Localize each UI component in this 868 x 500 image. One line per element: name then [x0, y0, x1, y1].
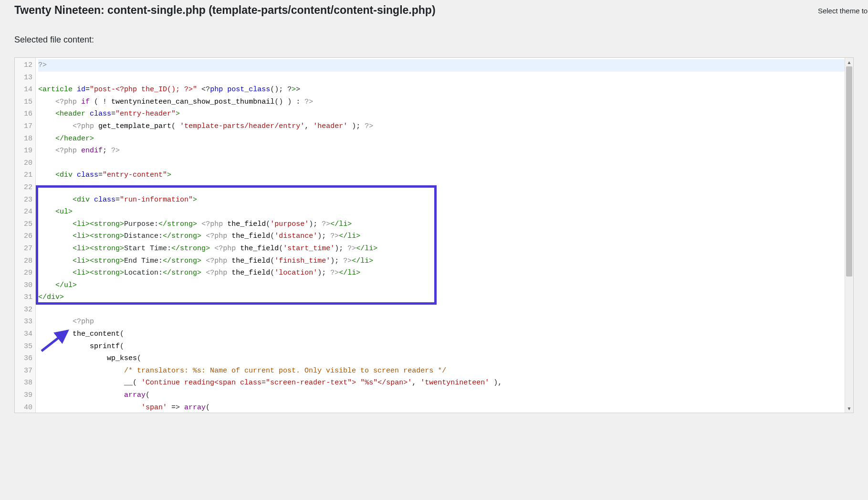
select-theme-label[interactable]: Select theme to ed	[818, 7, 868, 15]
scroll-thumb[interactable]	[846, 66, 852, 277]
code-line[interactable]: <div class="run-information">	[38, 194, 845, 206]
code-line[interactable]: <li><strong>Purpose:</strong> <?php the_…	[38, 218, 845, 231]
code-line[interactable]: <li><strong>Location:</strong> <?php the…	[38, 267, 845, 279]
line-number: 29	[15, 267, 35, 279]
scroll-down-button[interactable]: ▼	[845, 404, 853, 413]
code-line[interactable]: sprintf(	[38, 340, 845, 353]
line-number: 24	[15, 206, 35, 218]
code-line[interactable]: <header class="entry-header">	[38, 108, 845, 120]
line-number: 14	[15, 84, 35, 96]
line-number: 26	[15, 230, 35, 243]
line-number: 38	[15, 377, 35, 389]
line-number: 25	[15, 218, 35, 231]
code-line[interactable]: <article id="post-<?php the_ID(); ?>" <?…	[38, 84, 845, 96]
line-number: 20	[15, 157, 35, 170]
code-line[interactable]: </div>	[38, 291, 845, 304]
code-line[interactable]: /* translators: %s: Name of current post…	[38, 365, 845, 377]
code-line[interactable]: array(	[38, 389, 845, 402]
code-line[interactable]: <div class="entry-content">	[38, 169, 845, 181]
code-line[interactable]	[38, 181, 845, 194]
line-number: 35	[15, 340, 35, 353]
code-line[interactable]: ?>	[38, 59, 845, 72]
line-number: 37	[15, 365, 35, 377]
code-line[interactable]: <?php get_template_part( 'template-parts…	[38, 120, 845, 133]
line-number: 12	[15, 59, 35, 72]
line-number-gutter: 1213141516171819202122232425262728293031…	[15, 58, 36, 413]
line-number: 28	[15, 255, 35, 267]
code-content-area[interactable]: ?><article id="post-<?php the_ID(); ?>" …	[36, 58, 845, 413]
page-title: Twenty Nineteen: content-single.php (tem…	[14, 0, 854, 17]
code-line[interactable]: <li><strong>End Time:</strong> <?php the…	[38, 255, 845, 267]
line-number: 34	[15, 328, 35, 340]
line-number: 33	[15, 316, 35, 328]
line-number: 40	[15, 402, 35, 413]
code-line[interactable]: <?php endif; ?>	[38, 145, 845, 157]
code-line[interactable]: wp_kses(	[38, 352, 845, 365]
scroll-up-button[interactable]: ▲	[845, 58, 853, 66]
line-number: 30	[15, 279, 35, 292]
code-line[interactable]: __( 'Continue reading<span class="screen…	[38, 377, 845, 389]
code-line[interactable]: </ul>	[38, 279, 845, 292]
code-line[interactable]: <ul>	[38, 206, 845, 218]
line-number: 21	[15, 169, 35, 181]
line-number: 32	[15, 304, 35, 316]
line-number: 18	[15, 133, 35, 145]
line-number: 31	[15, 291, 35, 304]
code-line[interactable]: the_content(	[38, 328, 845, 340]
code-line[interactable]: </header>	[38, 133, 845, 145]
file-content-label: Selected file content:	[14, 35, 854, 45]
code-line[interactable]: <?php if ( ! twentynineteen_can_show_pos…	[38, 96, 845, 108]
line-number: 27	[15, 243, 35, 255]
code-line[interactable]: <li><strong>Distance:</strong> <?php the…	[38, 230, 845, 243]
editor-header: Twenty Nineteen: content-single.php (tem…	[0, 0, 868, 51]
line-number: 23	[15, 194, 35, 206]
line-number: 17	[15, 120, 35, 133]
line-number: 19	[15, 145, 35, 157]
line-number: 13	[15, 72, 35, 84]
line-number: 16	[15, 108, 35, 120]
code-line[interactable]	[38, 304, 845, 316]
line-number: 39	[15, 389, 35, 402]
code-line[interactable]	[38, 72, 845, 84]
code-line[interactable]: <li><strong>Start Time:</strong> <?php t…	[38, 243, 845, 255]
line-number: 15	[15, 96, 35, 108]
vertical-scrollbar[interactable]: ▲ ▼	[845, 58, 853, 413]
code-editor[interactable]: 1213141516171819202122232425262728293031…	[14, 57, 854, 413]
code-line[interactable]: 'span' => array(	[38, 402, 845, 413]
line-number: 22	[15, 181, 35, 194]
code-line[interactable]	[38, 157, 845, 170]
code-line[interactable]: <?php	[38, 316, 845, 328]
line-number: 36	[15, 352, 35, 365]
